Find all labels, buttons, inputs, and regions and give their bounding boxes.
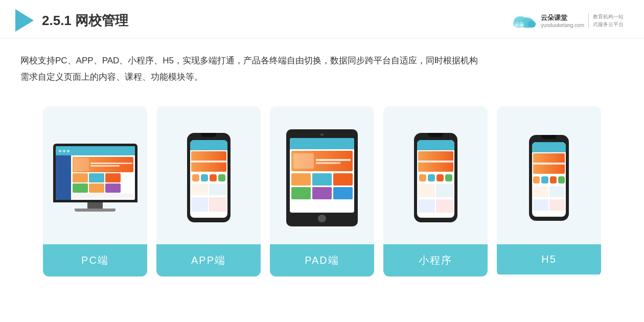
card-miniprogram: 小程序: [383, 106, 488, 277]
card-miniprogram-image: [383, 106, 488, 244]
card-app: APP端: [156, 106, 261, 277]
brand-text: 云朵课堂 yunduoketang.com: [541, 13, 584, 28]
card-miniprogram-label: 小程序: [383, 244, 488, 277]
card-h5: H5: [497, 106, 601, 277]
header-left: 2.5.1 网校管理: [15, 9, 128, 32]
card-app-label: APP端: [156, 244, 261, 277]
header: 2.5.1 网校管理 云朵 云朵课堂 yunduoketang.com 教育机构…: [0, 0, 644, 38]
description-line1: 网校支持PC、APP、PAD、小程序、H5，实现多端打通，产品各终端自由切换，数…: [20, 53, 624, 69]
logo-triangle-icon: [15, 9, 34, 32]
card-pc: PC端: [43, 106, 147, 277]
tablet-mockup: [286, 129, 358, 226]
card-app-image: [156, 106, 261, 244]
description-block: 网校支持PC、APP、PAD、小程序、H5，实现多端打通，产品各终端自由切换，数…: [0, 38, 644, 91]
card-h5-image: [497, 106, 601, 244]
brand-cloud-icon: 云朵: [511, 11, 537, 30]
card-pad: PAD端: [270, 106, 374, 277]
brand-domain: yunduoketang.com: [541, 22, 584, 28]
brand-slogan: 教育机构一站 式服务云平台: [588, 13, 624, 28]
description-line2: 需求自定义页面上的内容、课程、功能模块等。: [20, 69, 624, 85]
brand-logo: 云朵 云朵课堂 yunduoketang.com 教育机构一站 式服务云平台: [511, 11, 624, 30]
cards-container: PC端: [0, 96, 644, 287]
card-pad-label: PAD端: [270, 244, 374, 277]
phone-mockup-app: [185, 133, 233, 222]
brand-name: 云朵课堂: [541, 13, 567, 22]
card-h5-label: H5: [497, 244, 601, 274]
card-pc-image: [43, 106, 147, 244]
card-pc-label: PC端: [43, 244, 147, 277]
svg-text:云朵: 云朵: [515, 22, 524, 27]
monitor-mockup: [52, 144, 139, 212]
card-pad-image: [270, 106, 374, 244]
phone-mockup-h5: [525, 135, 573, 221]
phone-mockup-mini: [411, 133, 460, 222]
svg-point-7: [527, 21, 536, 28]
page-title: 2.5.1 网校管理: [42, 12, 128, 30]
